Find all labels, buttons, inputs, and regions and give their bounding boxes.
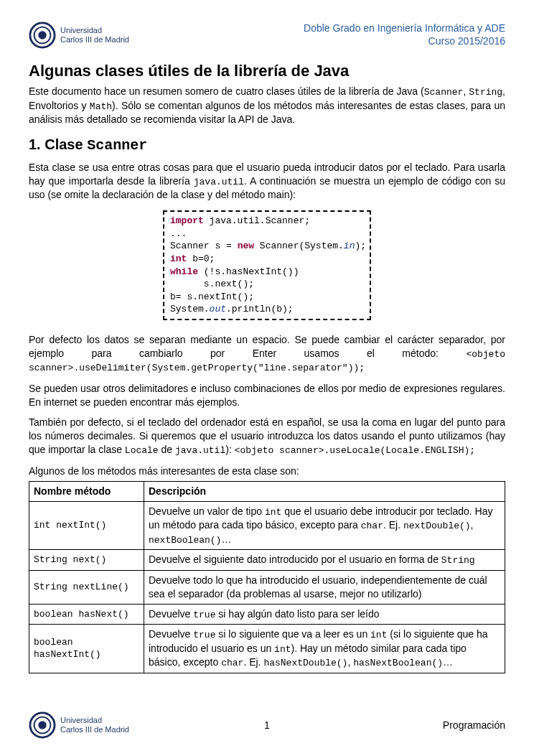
table-row: boolean hasNextInt() Devuelve true si lo… xyxy=(29,625,505,673)
col-description: Descripción xyxy=(144,481,505,501)
page-title: Algunas clases útiles de la librería de … xyxy=(29,62,505,80)
table-row: String next() Devuelve el siguiente dato… xyxy=(29,550,505,571)
page-footer: Universidad Carlos III de Madrid 1 Progr… xyxy=(29,711,505,739)
page-header: Universidad Carlos III de Madrid Doble G… xyxy=(29,22,505,49)
svg-point-2 xyxy=(38,31,46,39)
university-logo-icon xyxy=(29,711,56,739)
table-row: int nextInt() Devuelve un valor de tipo … xyxy=(29,501,505,550)
svg-point-5 xyxy=(38,721,46,729)
degree-name: Doble Grado en Ingeniería Informática y … xyxy=(304,22,505,34)
footer-university-name: Universidad Carlos III de Madrid xyxy=(60,716,129,734)
section-1-p3: Se pueden usar otros delimitadores e inc… xyxy=(29,382,505,409)
table-header-row: Nombre método Descripción xyxy=(29,481,505,501)
section-1-heading: 1. Clase Scanner xyxy=(29,136,505,154)
table-intro: Algunos de los métodos más interesantes … xyxy=(29,465,505,478)
methods-table: Nombre método Descripción int nextInt() … xyxy=(29,481,505,673)
section-1-p2: Por defecto los datos se separan mediant… xyxy=(29,333,505,375)
footer-subject: Programación xyxy=(443,719,505,731)
footer-logo-block: Universidad Carlos III de Madrid xyxy=(29,711,129,739)
code-example: import java.util.Scanner; ... Scanner s … xyxy=(163,210,371,319)
page-number: 1 xyxy=(264,719,270,731)
col-method-name: Nombre método xyxy=(29,481,144,501)
academic-year: Curso 2015/2016 xyxy=(428,35,505,47)
table-row: boolean hasNext() Devuelve true si hay a… xyxy=(29,604,505,625)
table-row: String nextLine() Devuelve todo lo que h… xyxy=(29,570,505,604)
uni-line2: Carlos III de Madrid xyxy=(60,35,129,44)
section-1-p4: También por defecto, si el teclado del o… xyxy=(29,416,505,457)
university-logo-block: Universidad Carlos III de Madrid xyxy=(29,22,129,49)
course-info: Doble Grado en Ingeniería Informática y … xyxy=(304,22,505,47)
university-name: Universidad Carlos III de Madrid xyxy=(60,26,129,45)
university-logo-icon xyxy=(29,22,56,49)
section-1-p1: Esta clase se usa entre otras cosas para… xyxy=(29,161,505,202)
uni-line1: Universidad xyxy=(60,26,102,34)
intro-paragraph: Este documento hace un resumen somero de… xyxy=(29,85,505,126)
